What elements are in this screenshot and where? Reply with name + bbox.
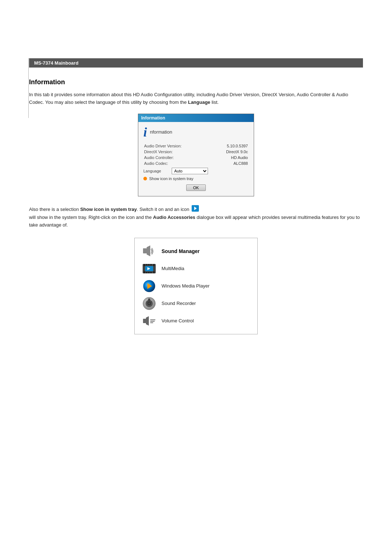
multimedia-icon-svg <box>142 262 156 275</box>
audio-icon-svg <box>192 205 199 212</box>
dialog-body: i nformation Audio Driver Version: 5.10.… <box>138 122 254 196</box>
dialog-icon-label: nformation <box>150 129 172 135</box>
sm-wmp-row: Windows Media Player <box>142 280 250 293</box>
volume-label: Volume Control <box>162 318 194 323</box>
svg-rect-8 <box>144 271 145 273</box>
after-dialog-paragraph: Also there is a selection Show icon in s… <box>29 205 363 229</box>
svg-rect-15 <box>150 272 152 273</box>
sm-volume-row: Volume Control <box>142 314 250 327</box>
header-bar: MS-7374 Mainboard <box>29 58 363 68</box>
svg-rect-12 <box>150 264 152 265</box>
controller-value: HD Audio <box>231 155 248 160</box>
sound-manager-icon-svg: ♪ <box>142 245 156 258</box>
svg-rect-7 <box>153 264 155 266</box>
model-label: MS-7374 Mainboard <box>34 60 78 66</box>
svg-rect-6 <box>144 264 145 266</box>
svg-rect-26 <box>143 319 146 323</box>
show-icon-checkbox[interactable] <box>143 177 147 180</box>
controller-label: Audio Controller: <box>144 155 174 160</box>
intro-paragraph: In this tab it provides some information… <box>29 91 363 106</box>
body2-bold2: Audio Accessories <box>153 215 196 220</box>
checkbox-label: Show icon in system tray <box>149 176 193 181</box>
ok-button[interactable]: OK <box>186 184 206 191</box>
sm-multimedia-row: MultiMedia <box>142 262 250 275</box>
svg-rect-10 <box>146 264 147 265</box>
svg-rect-11 <box>148 264 150 265</box>
dialog-row-controller: Audio Controller: HD Audio <box>143 155 249 160</box>
main-content: Information In this tab it provides some… <box>29 78 363 334</box>
volume-icon <box>142 314 156 327</box>
body2-start: Also there is a selection <box>29 206 80 212</box>
dialog-row-codec: Audio Codec: ALC888 <box>143 161 249 166</box>
sm-title-row: ♪ Sound Manager <box>142 245 250 258</box>
svg-text:♪: ♪ <box>151 249 153 253</box>
info-i-icon: i <box>143 126 147 139</box>
body1-end: list. <box>210 99 219 105</box>
wmp-icon <box>142 280 156 293</box>
codec-value: ALC888 <box>233 161 248 166</box>
svg-rect-13 <box>146 272 147 273</box>
recorder-label: Sound Recorder <box>162 301 196 306</box>
wmp-icon-svg <box>143 280 156 293</box>
svg-rect-9 <box>153 271 155 273</box>
sound-manager-box: ♪ Sound Manager <box>134 238 258 334</box>
dialog-icon-row: i nformation <box>143 126 249 139</box>
wmp-label: Windows Media Player <box>162 283 209 289</box>
sound-manager-title: Sound Manager <box>162 248 200 254</box>
body1-bold: Language <box>188 99 210 105</box>
driver-value: 5.10.0.5397 <box>227 144 248 148</box>
svg-marker-27 <box>146 316 149 326</box>
dialog-row-driver: Audio Driver Version: 5.10.0.5397 <box>143 144 249 148</box>
multimedia-label: MultiMedia <box>162 266 184 271</box>
codec-label: Audio Codec: <box>144 161 168 166</box>
body2-bold1: Show icon in system tray <box>80 206 137 212</box>
svg-rect-2 <box>143 248 147 253</box>
dialog-checkbox-row: Show icon in system tray <box>143 176 249 181</box>
left-border-line <box>28 58 29 118</box>
svg-marker-3 <box>147 245 150 256</box>
section-title: Information <box>29 78 363 86</box>
body2-cont-start: will show in the system tray. Right-clic… <box>29 215 153 220</box>
dialog-row-directx: DirectX Version: DirectX 9.0c <box>143 150 249 154</box>
driver-label: Audio Driver Version: <box>144 144 181 148</box>
dialog-titlebar: Information <box>138 114 254 122</box>
sm-recorder-row: Sound Recorder <box>142 297 250 310</box>
info-dialog-screenshot: Information i nformation Audio Driver Ve… <box>138 114 254 196</box>
recorder-icon-svg <box>143 297 156 310</box>
dialog-ok-row: OK <box>143 184 249 191</box>
recorder-icon <box>142 297 156 310</box>
svg-rect-14 <box>148 272 150 273</box>
sound-manager-icon: ♪ <box>142 245 156 258</box>
dialog-lang-row: Language Auto <box>143 168 249 174</box>
inline-audio-icon <box>192 205 199 214</box>
dialog-title: Information <box>141 115 165 121</box>
lang-select[interactable]: Auto <box>172 168 208 174</box>
lang-label: Language <box>143 169 169 173</box>
svg-rect-24 <box>148 298 150 302</box>
page: MS-7374 Mainboard Information In this ta… <box>0 58 392 554</box>
directx-value: DirectX 9.0c <box>226 150 248 154</box>
directx-label: DirectX Version: <box>144 150 173 154</box>
multimedia-icon <box>142 262 156 275</box>
body2-mid: . Switch it on and an icon <box>137 206 191 212</box>
volume-icon-svg <box>142 315 156 327</box>
